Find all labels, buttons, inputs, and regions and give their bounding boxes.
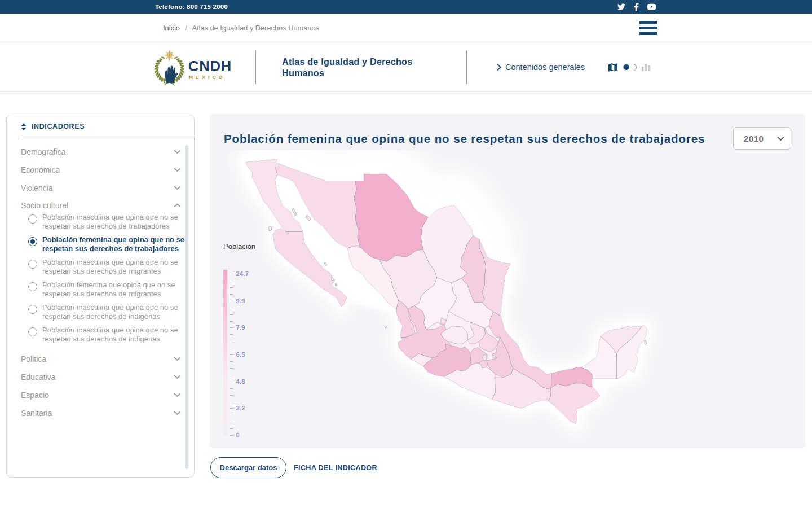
svg-text:CNDH: CNDH xyxy=(188,58,232,74)
svg-text:MÉXICO: MÉXICO xyxy=(189,75,226,80)
